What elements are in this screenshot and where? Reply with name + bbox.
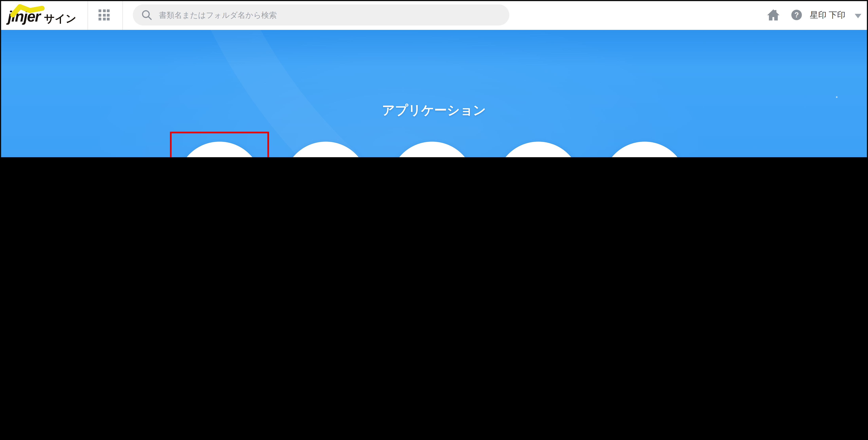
search-icon <box>141 9 152 21</box>
app-tile-report[interactable]: レポート <box>485 135 591 157</box>
user-name-label: 星印 下印 <box>810 10 845 20</box>
help-icon: ? <box>790 9 803 21</box>
app-window: jinjer サイン ? 星印 下印 <box>0 0 868 157</box>
logo-swoosh-icon <box>9 3 48 18</box>
user-menu[interactable]: 星印 下印 <box>810 0 845 30</box>
svg-text:?: ? <box>795 11 799 19</box>
search-input[interactable] <box>158 10 501 20</box>
sparkle-dot <box>836 96 838 98</box>
app-tile-employee-management[interactable]: 従業員管理 <box>166 135 272 157</box>
applications-heading: アプリケーション <box>0 102 868 119</box>
app-tile-import[interactable]: インポート <box>379 135 485 157</box>
app-tile-document-management[interactable]: 書類管理 <box>591 135 698 157</box>
portal-main: アプリケーション <box>0 30 868 157</box>
app-tile-group-management[interactable]: 所属グループ管理 <box>273 135 379 157</box>
document-search-bar[interactable] <box>133 4 509 25</box>
help-button[interactable]: ? <box>790 0 803 30</box>
top-header: jinjer サイン ? 星印 下印 <box>0 0 868 30</box>
home-icon <box>767 9 780 21</box>
home-button[interactable] <box>767 0 780 30</box>
jinjer-sign-logo[interactable]: jinjer サイン <box>8 3 76 28</box>
caret-down-icon[interactable] <box>855 14 862 18</box>
header-divider <box>122 0 123 30</box>
header-divider <box>88 0 88 30</box>
logo-product-text: サイン <box>44 13 76 28</box>
apps-grid-icon[interactable] <box>98 9 110 21</box>
